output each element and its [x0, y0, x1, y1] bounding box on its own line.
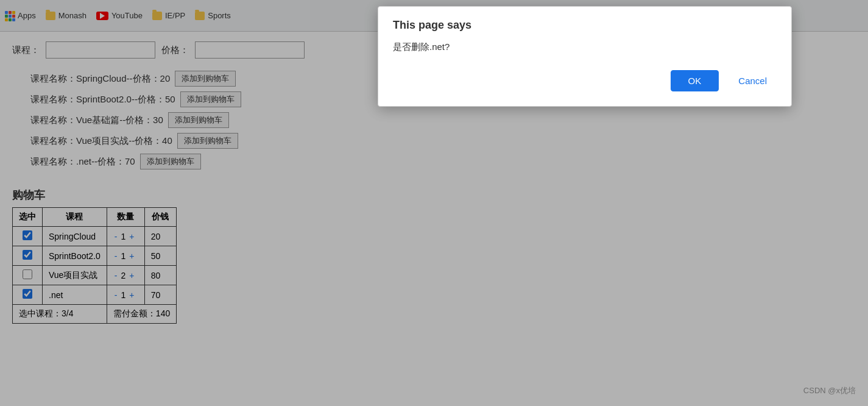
dialog-message: 是否删除.net?: [393, 41, 777, 53]
dialog-buttons: OK Cancel: [393, 70, 777, 91]
dialog-ok-button[interactable]: OK: [671, 70, 719, 91]
dialog-cancel-button[interactable]: Cancel: [729, 70, 777, 91]
dialog-box: This page says 是否删除.net? OK Cancel: [378, 6, 792, 107]
dialog-title: This page says: [393, 19, 777, 32]
